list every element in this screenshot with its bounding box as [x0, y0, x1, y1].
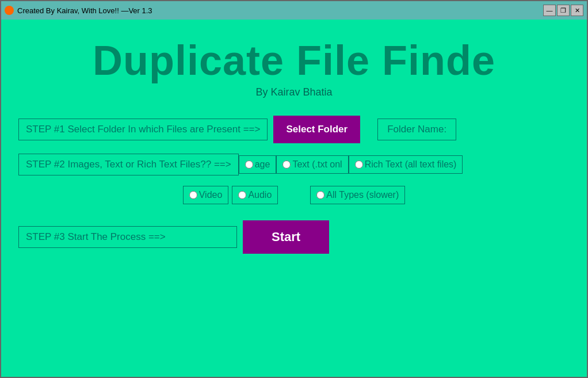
radio-all-option[interactable]: All Types (slower)	[310, 186, 405, 204]
radio-audio[interactable]	[238, 191, 246, 199]
radio-image[interactable]	[245, 161, 253, 169]
app-title: Duplicate File Finde	[93, 37, 495, 84]
radio-text[interactable]	[282, 161, 291, 169]
step1-row: STEP #1 Select Folder In which Files are…	[18, 116, 570, 143]
step2-row: STEP #2 Images, Text or Rich Text Files?…	[18, 154, 570, 175]
radio-rich-option[interactable]: Rich Text (all text files)	[349, 155, 463, 174]
folder-name-label: Folder Name:	[377, 119, 456, 140]
step2-second-row: Video Audio All Types (slower)	[18, 186, 570, 204]
radio-audio-option[interactable]: Audio	[232, 186, 278, 204]
app-window: Created By Kairav, With Love!! —Ver 1.3 …	[0, 0, 588, 378]
title-bar-text: Created By Kairav, With Love!! —Ver 1.3	[17, 6, 152, 15]
minimize-button[interactable]: —	[543, 5, 556, 16]
main-content: Duplicate File Finde By Kairav Bhatia ST…	[1, 20, 587, 377]
close-button[interactable]: ✕	[571, 5, 583, 16]
step3-label: STEP #3 Start The Process ==>	[18, 226, 237, 248]
start-button[interactable]: Start	[243, 220, 329, 254]
step2-label: STEP #2 Images, Text or Rich Text Files?…	[18, 154, 239, 175]
step1-label: STEP #1 Select Folder In which Files are…	[18, 119, 268, 140]
app-icon	[5, 6, 14, 15]
title-bar-controls: — ❐ ✕	[543, 5, 583, 16]
select-folder-button[interactable]: Select Folder	[273, 116, 360, 143]
step3-row: STEP #3 Start The Process ==> Start	[18, 220, 570, 254]
radio-rich[interactable]	[355, 161, 363, 169]
radio-text-option[interactable]: Text (.txt onl	[276, 155, 348, 174]
radio-all[interactable]	[316, 191, 324, 199]
radio-video-option[interactable]: Video	[183, 186, 229, 204]
radio-video[interactable]	[189, 191, 197, 199]
restore-button[interactable]: ❐	[557, 5, 570, 16]
radio-image-option[interactable]: age	[239, 155, 277, 174]
title-bar-left: Created By Kairav, With Love!! —Ver 1.3	[5, 6, 152, 15]
app-subtitle: By Kairav Bhatia	[255, 86, 332, 98]
title-bar: Created By Kairav, With Love!! —Ver 1.3 …	[1, 1, 587, 20]
